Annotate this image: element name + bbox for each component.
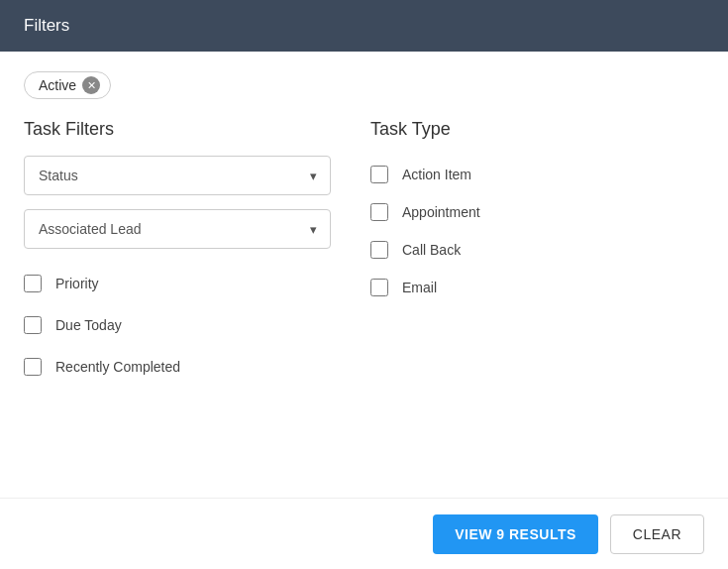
task-type-column: Task Type Action Item Appointment Call B… (370, 119, 704, 388)
task-filter-checkboxes: Priority Due Today Recently Completed (24, 263, 331, 388)
email-label: Email (402, 280, 437, 295)
task-filters-title: Task Filters (24, 119, 331, 140)
action-item-checkbox[interactable] (370, 166, 388, 183)
due-today-label: Due Today (55, 317, 122, 333)
active-filter-badge: Active ✕ (24, 71, 111, 99)
recently-completed-checkbox[interactable] (24, 358, 42, 376)
task-type-items: Action Item Appointment Call Back Email (370, 156, 704, 306)
email-checkbox[interactable] (370, 279, 388, 296)
call-back-label: Call Back (402, 242, 461, 258)
appointment-label: Appointment (402, 204, 480, 220)
call-back-checkbox-item[interactable]: Call Back (370, 231, 704, 269)
priority-checkbox-item[interactable]: Priority (24, 263, 331, 304)
filters-row: Task Filters Status Active Inactive ▾ As… (24, 119, 704, 388)
task-filters-column: Task Filters Status Active Inactive ▾ As… (24, 119, 331, 388)
email-checkbox-item[interactable]: Email (370, 269, 704, 306)
header: Filters (0, 0, 728, 52)
view-results-button[interactable]: VIEW 9 RESULTS (433, 514, 598, 554)
remove-active-filter-button[interactable]: ✕ (82, 76, 100, 94)
recently-completed-label: Recently Completed (55, 359, 180, 375)
appointment-checkbox-item[interactable]: Appointment (370, 193, 704, 231)
footer: VIEW 9 RESULTS CLEAR (0, 498, 728, 569)
main-content: Active ✕ Task Filters Status Active Inac… (0, 52, 728, 407)
associated-lead-select[interactable]: Associated Lead Lead 1 Lead 2 (24, 209, 331, 249)
due-today-checkbox[interactable] (24, 316, 42, 334)
task-type-title: Task Type (370, 119, 704, 140)
due-today-checkbox-item[interactable]: Due Today (24, 304, 331, 346)
action-item-checkbox-item[interactable]: Action Item (370, 156, 704, 193)
priority-checkbox[interactable] (24, 275, 42, 292)
call-back-checkbox[interactable] (370, 241, 388, 259)
appointment-checkbox[interactable] (370, 203, 388, 221)
associated-lead-select-wrapper: Associated Lead Lead 1 Lead 2 ▾ (24, 209, 331, 249)
header-title: Filters (24, 16, 69, 36)
recently-completed-checkbox-item[interactable]: Recently Completed (24, 346, 331, 388)
priority-label: Priority (55, 276, 99, 291)
action-item-label: Action Item (402, 167, 471, 182)
status-select-wrapper: Status Active Inactive ▾ (24, 156, 331, 195)
active-badge-label: Active (39, 77, 76, 93)
status-select[interactable]: Status Active Inactive (24, 156, 331, 195)
clear-button[interactable]: CLEAR (610, 514, 704, 554)
